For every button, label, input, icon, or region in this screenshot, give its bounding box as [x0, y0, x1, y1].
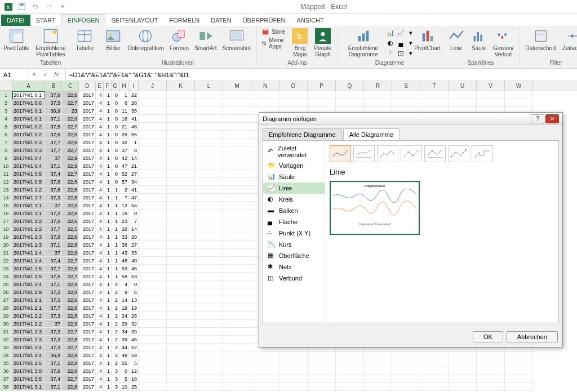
cell[interactable]: 22,9: [62, 202, 79, 210]
col-header-A[interactable]: A: [12, 81, 45, 91]
cell[interactable]: 22,7: [62, 375, 79, 383]
cell[interactable]: [392, 359, 420, 367]
cell[interactable]: 2017: [79, 351, 96, 359]
col-header-W[interactable]: W: [505, 81, 533, 91]
cell[interactable]: 2017: [79, 328, 96, 336]
cell[interactable]: [167, 154, 195, 162]
cell[interactable]: [223, 375, 251, 383]
category-vorlagen[interactable]: 📁Vorlagen: [263, 160, 325, 171]
cell[interactable]: 4: [96, 154, 104, 162]
cell[interactable]: 22,9: [62, 154, 79, 162]
cell[interactable]: 1: [104, 241, 112, 249]
cell[interactable]: 48: [119, 257, 129, 265]
cell[interactable]: 2017: [79, 367, 96, 375]
cell[interactable]: [195, 383, 223, 391]
cell[interactable]: 22,6: [62, 91, 79, 99]
cell[interactable]: 21: [129, 162, 139, 170]
cell[interactable]: 2017: [79, 194, 96, 202]
cell[interactable]: [223, 154, 251, 162]
cell[interactable]: [336, 367, 364, 375]
cell[interactable]: [167, 320, 195, 328]
cell[interactable]: 4: [96, 131, 104, 139]
row-header[interactable]: 15: [0, 202, 12, 210]
cell[interactable]: 55: [119, 359, 129, 367]
cell[interactable]: 0: [112, 178, 119, 186]
cell[interactable]: [139, 328, 167, 336]
cell[interactable]: 2017/4/1 2:1: [12, 296, 45, 304]
cell[interactable]: 46: [129, 265, 139, 273]
chart-icon[interactable]: ▾: [406, 28, 415, 37]
cell[interactable]: [392, 91, 420, 99]
cell[interactable]: 1: [112, 225, 119, 233]
col-header-V[interactable]: V: [477, 81, 505, 91]
cell[interactable]: 2017: [79, 107, 96, 115]
col-header-T[interactable]: T: [420, 81, 449, 91]
cell[interactable]: [223, 146, 251, 154]
cell[interactable]: [449, 351, 477, 359]
recommended-pivot-button[interactable]: Empfohlene PivotTables: [28, 27, 73, 59]
cell[interactable]: [420, 375, 449, 383]
formula-input[interactable]: =D1&"/"&E1&"/"&F1&" "&G1&":"&H1&":"&I1: [66, 72, 577, 78]
cell[interactable]: 2017/4/1 3:0: [12, 367, 45, 375]
cell[interactable]: 2017: [79, 139, 96, 146]
row-header[interactable]: 20: [0, 241, 12, 249]
cell[interactable]: [364, 375, 392, 383]
cell[interactable]: 22,6: [62, 296, 79, 304]
cell[interactable]: 1: [112, 241, 119, 249]
cell[interactable]: [223, 249, 251, 257]
row-header[interactable]: 3: [0, 107, 12, 115]
cell[interactable]: [139, 139, 167, 146]
cell[interactable]: [223, 304, 251, 312]
cell[interactable]: 37,3: [45, 328, 62, 336]
cell[interactable]: 22,7: [62, 328, 79, 336]
cell[interactable]: [167, 351, 195, 359]
row-header[interactable]: 10: [0, 162, 12, 170]
cell[interactable]: [308, 359, 336, 367]
cell[interactable]: 58: [119, 273, 129, 280]
other-chart-icon[interactable]: ◫: [396, 48, 405, 57]
cell[interactable]: 4: [96, 225, 104, 233]
cell[interactable]: 2017/4/1 1:1: [12, 210, 45, 217]
cell[interactable]: [195, 202, 223, 210]
cell[interactable]: [139, 225, 167, 233]
cell[interactable]: 22,6: [62, 178, 79, 186]
cell[interactable]: 1: [104, 186, 112, 194]
cell[interactable]: [449, 99, 477, 107]
cell[interactable]: 1: [104, 99, 112, 107]
cell[interactable]: 37,3: [45, 344, 62, 351]
cell[interactable]: 2017: [79, 170, 96, 178]
cell[interactable]: [195, 139, 223, 146]
cell[interactable]: [364, 367, 392, 375]
cell[interactable]: 1: [104, 115, 112, 123]
cell[interactable]: 1: [104, 296, 112, 304]
cell[interactable]: [139, 91, 167, 99]
category-balken[interactable]: ▬Balken: [263, 205, 325, 216]
cell[interactable]: [195, 367, 223, 375]
cell[interactable]: 1: [104, 320, 112, 328]
cell[interactable]: [139, 210, 167, 217]
cell[interactable]: [167, 312, 195, 320]
cell[interactable]: 2017: [79, 202, 96, 210]
cell[interactable]: [167, 304, 195, 312]
cell[interactable]: 37,3: [45, 312, 62, 320]
cell[interactable]: 2017: [79, 265, 96, 273]
cell[interactable]: [139, 320, 167, 328]
col-header-F[interactable]: F: [104, 81, 112, 91]
cell[interactable]: [167, 225, 195, 233]
cell[interactable]: 22,7: [62, 123, 79, 131]
cell[interactable]: 2017: [79, 91, 96, 99]
row-header[interactable]: 21: [0, 249, 12, 257]
cell[interactable]: 2017: [79, 304, 96, 312]
cell[interactable]: 1: [104, 233, 112, 241]
cell[interactable]: [167, 186, 195, 194]
cell[interactable]: 2017: [79, 288, 96, 296]
cell[interactable]: [167, 336, 195, 344]
cell[interactable]: 24: [119, 312, 129, 320]
cell[interactable]: 2017/4/1 2:4: [12, 280, 45, 288]
cell[interactable]: [223, 265, 251, 273]
cell[interactable]: 2017/4/1 2:2: [12, 312, 45, 320]
cell[interactable]: 0: [129, 210, 139, 217]
cell[interactable]: 2017: [79, 131, 96, 139]
cell[interactable]: 0: [112, 170, 119, 178]
cell[interactable]: 0: [112, 99, 119, 107]
